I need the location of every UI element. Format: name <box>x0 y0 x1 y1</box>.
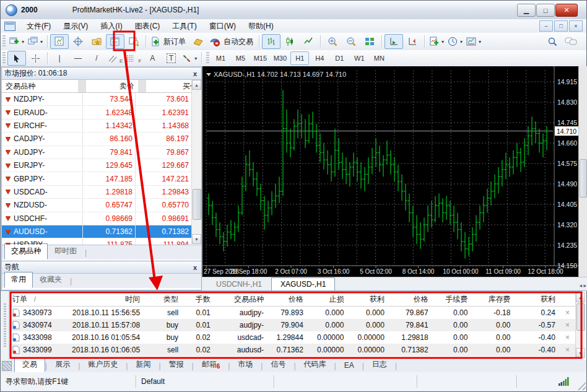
strategy-tester-button[interactable] <box>124 34 143 49</box>
market-watch-row[interactable]: GBPJPY-147.185147.221 <box>2 172 201 185</box>
column-header[interactable]: 获利 <box>347 294 388 305</box>
order-row[interactable]: 34309742018.10.11 15:57:08buy0.01audjpy-… <box>9 319 576 331</box>
close-order-icon[interactable]: × <box>559 346 576 354</box>
column-header-symbol[interactable]: 交易品种 <box>2 81 78 92</box>
column-header-bid[interactable]: 卖价 <box>86 81 138 92</box>
menu-item-W[interactable]: 窗口(W) <box>203 19 242 33</box>
crosshair-tool[interactable] <box>26 51 45 66</box>
terminal-tab-代码库[interactable]: 代码库 <box>296 357 334 372</box>
chart-line-mode-button[interactable] <box>299 34 318 49</box>
timeframe-M1[interactable]: M1 <box>211 51 230 65</box>
timeframe-H1[interactable]: H1 <box>290 51 309 65</box>
close-button[interactable]: ✕ <box>555 4 578 17</box>
market-watch-row[interactable]: NZDJPY-73.54473.601 <box>2 93 201 106</box>
autotrading-button[interactable]: 自动交易 <box>207 34 256 49</box>
tab-tick-chart[interactable]: 即时图 <box>48 243 84 259</box>
terminal-tab-信号[interactable]: 信号 <box>263 357 294 372</box>
scroll-down-icon[interactable]: ▼ <box>192 234 201 244</box>
chart-window[interactable]: 14.91514.83014.74514.66014.57514.49014.4… <box>202 66 579 277</box>
column-header[interactable]: 价格 <box>388 294 432 305</box>
column-header[interactable]: 手续费 <box>432 294 471 305</box>
chart-shift-button[interactable] <box>403 34 422 49</box>
order-row[interactable]: 34330982018.10.16 01:05:54buy0.02usdcad-… <box>9 331 576 344</box>
market-watch-row[interactable]: USDCAD-1.298181.29843 <box>2 186 201 199</box>
menu-item-T[interactable]: 工具(T) <box>166 19 202 33</box>
column-header[interactable]: 获利 <box>513 294 558 305</box>
market-watch-row[interactable]: USDJPY-111.875111.894 <box>2 238 201 245</box>
terminal-tab-交易[interactable]: 交易 <box>14 357 45 372</box>
mdi-minimize-button[interactable]: – <box>539 20 553 32</box>
scrollbar-thumb[interactable] <box>193 189 201 220</box>
timeframe-M5[interactable]: M5 <box>231 51 250 65</box>
toolbar-grip[interactable] <box>206 52 209 64</box>
tab-common[interactable]: 常用 <box>4 272 33 288</box>
chart-scrollbar[interactable] <box>578 66 587 277</box>
menu-item-V[interactable]: 显示(V) <box>57 19 94 33</box>
terminal-tab-EA[interactable]: EA <box>336 359 362 372</box>
autoscroll-toggle[interactable] <box>385 34 403 49</box>
scroll-down-icon[interactable]: ▼ <box>576 348 585 358</box>
close-icon[interactable]: x <box>191 264 199 271</box>
market-watch-scrollbar[interactable]: ▲ ▼ <box>191 80 201 244</box>
terminal-panel-icon[interactable] <box>2 361 12 371</box>
equidistant-channel-tool[interactable]: E <box>106 51 124 66</box>
terminal-tab-邮箱[interactable]: 邮箱6 <box>194 357 228 372</box>
tab-favorites[interactable]: 收藏夹 <box>33 272 69 288</box>
menu-item-F[interactable]: 文件(F) <box>20 19 57 33</box>
zoom-in-button[interactable] <box>323 34 342 49</box>
tab-symbols[interactable]: 交易品种 <box>4 243 48 259</box>
market-watch-toggle[interactable] <box>50 34 69 49</box>
navigator-toggle[interactable]: ★ <box>87 34 106 49</box>
scroll-up-icon[interactable]: ▲ <box>576 292 585 302</box>
terminal-tab-警报[interactable]: 警报 <box>161 357 192 372</box>
market-watch-row[interactable]: EURAUD-1.623481.62391 <box>2 106 201 119</box>
chart-candles-mode-button[interactable] <box>280 34 299 49</box>
column-header-order[interactable]: 订单/ <box>9 294 65 305</box>
scroll-up-icon[interactable]: ▲ <box>192 80 201 90</box>
chart-tab-USDCNHH1[interactable]: USDCNH-,H1 <box>207 277 271 291</box>
data-window-button[interactable] <box>69 34 87 49</box>
tab-scroll-right-icon[interactable]: ▸ <box>583 282 586 289</box>
close-icon[interactable]: x <box>191 70 199 77</box>
market-watch-row[interactable]: USDCHF-0.986690.98691 <box>2 212 201 225</box>
toolbar-grip[interactable] <box>2 35 6 48</box>
terminal-grip[interactable] <box>1 291 9 360</box>
market-watch-row[interactable]: CADJPY-86.16086.197 <box>2 133 201 146</box>
timeframe-M30[interactable]: M30 <box>271 51 289 65</box>
close-order-icon[interactable]: × <box>559 308 576 317</box>
column-header[interactable]: 价格 <box>267 294 307 305</box>
arrows-tool[interactable]: ▾ <box>180 51 199 66</box>
market-watch-row[interactable]: EURCHF-1.143421.14368 <box>2 120 201 133</box>
toolbar-grip[interactable] <box>2 52 6 64</box>
cursor-tool[interactable] <box>7 51 26 66</box>
market-watch-row[interactable]: EURJPY-129.645129.667 <box>2 159 201 172</box>
fibonacci-tool[interactable]: F <box>124 51 143 66</box>
column-header[interactable]: 止损 <box>307 294 347 305</box>
tile-windows-button[interactable] <box>360 34 379 49</box>
price-chart[interactable]: 14.91514.83014.74514.66014.57514.49014.4… <box>202 66 579 277</box>
terminal-tab-市场[interactable]: 市场 <box>230 357 261 372</box>
order-row[interactable]: 34309732018.10.11 15:56:55sell0.01audjpy… <box>9 307 576 319</box>
terminal-tab-新闻[interactable]: 新闻 <box>128 357 159 372</box>
new-order-button[interactable]: 新订单 <box>149 34 189 49</box>
templates-button[interactable]: ▾ <box>464 34 483 49</box>
terminal-scrollbar[interactable]: ▲ ▼ <box>575 292 585 358</box>
zoom-out-button[interactable] <box>342 34 360 49</box>
periods-button[interactable]: ▾ <box>446 34 464 49</box>
metaeditor-button[interactable] <box>189 34 207 49</box>
horizontal-line-tool[interactable]: — <box>69 51 87 66</box>
column-header[interactable]: 交易品种 <box>214 294 267 305</box>
scrollbar-thumb[interactable] <box>580 159 587 198</box>
mdi-restore-button[interactable]: □ <box>554 20 568 32</box>
column-header[interactable]: 手数 <box>181 294 214 305</box>
search-icon[interactable] <box>543 34 562 49</box>
text-label-tool[interactable]: T <box>162 51 180 66</box>
timeframe-MN[interactable]: MN <box>370 51 388 65</box>
close-order-icon[interactable]: × <box>559 333 576 342</box>
vertical-line-tool[interactable]: | <box>50 51 69 66</box>
timeframe-M15[interactable]: M15 <box>251 51 269 65</box>
chart-bars-mode-button[interactable] <box>262 34 280 49</box>
chart-window-icon[interactable] <box>4 22 15 31</box>
chart-tab-XAGUSDH1[interactable]: XAGUSD-,H1 <box>271 277 335 291</box>
minimize-button[interactable]: ▁ <box>517 4 536 17</box>
